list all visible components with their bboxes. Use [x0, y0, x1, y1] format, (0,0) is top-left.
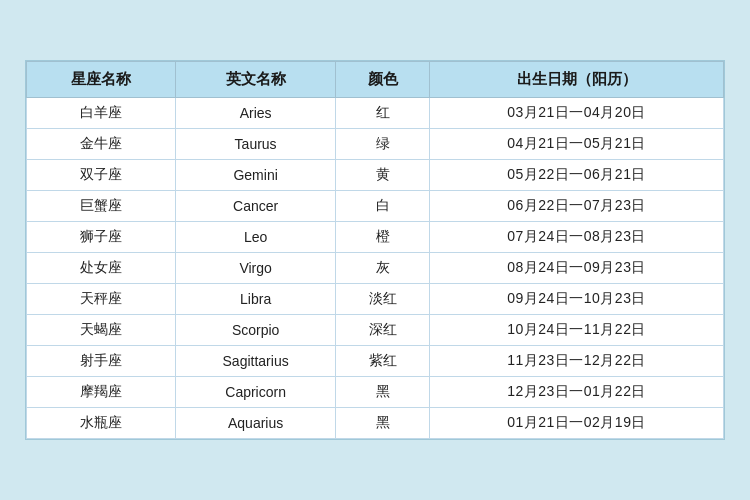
- cell-color: 黑: [336, 377, 430, 408]
- cell-dates: 06月22日一07月23日: [430, 191, 724, 222]
- table-row: 射手座Sagittarius紫红11月23日一12月22日: [27, 346, 724, 377]
- table-row: 巨蟹座Cancer白06月22日一07月23日: [27, 191, 724, 222]
- cell-color: 白: [336, 191, 430, 222]
- cell-dates: 11月23日一12月22日: [430, 346, 724, 377]
- table-row: 狮子座Leo橙07月24日一08月23日: [27, 222, 724, 253]
- cell-dates: 10月24日一11月22日: [430, 315, 724, 346]
- cell-english-name: Libra: [175, 284, 335, 315]
- cell-english-name: Virgo: [175, 253, 335, 284]
- cell-dates: 04月21日一05月21日: [430, 129, 724, 160]
- cell-english-name: Leo: [175, 222, 335, 253]
- table-row: 金牛座Taurus绿04月21日一05月21日: [27, 129, 724, 160]
- cell-chinese-name: 白羊座: [27, 98, 176, 129]
- zodiac-table: 星座名称 英文名称 颜色 出生日期（阳历） 白羊座Aries红03月21日一04…: [26, 61, 724, 439]
- cell-color: 黄: [336, 160, 430, 191]
- zodiac-table-container: 星座名称 英文名称 颜色 出生日期（阳历） 白羊座Aries红03月21日一04…: [25, 60, 725, 440]
- cell-chinese-name: 处女座: [27, 253, 176, 284]
- cell-english-name: Capricorn: [175, 377, 335, 408]
- table-body: 白羊座Aries红03月21日一04月20日金牛座Taurus绿04月21日一0…: [27, 98, 724, 439]
- cell-color: 黑: [336, 408, 430, 439]
- header-english-name: 英文名称: [175, 62, 335, 98]
- table-row: 白羊座Aries红03月21日一04月20日: [27, 98, 724, 129]
- table-row: 天蝎座Scorpio深红10月24日一11月22日: [27, 315, 724, 346]
- cell-color: 灰: [336, 253, 430, 284]
- table-row: 双子座Gemini黄05月22日一06月21日: [27, 160, 724, 191]
- cell-color: 紫红: [336, 346, 430, 377]
- cell-color: 淡红: [336, 284, 430, 315]
- cell-color: 橙: [336, 222, 430, 253]
- table-header-row: 星座名称 英文名称 颜色 出生日期（阳历）: [27, 62, 724, 98]
- cell-dates: 08月24日一09月23日: [430, 253, 724, 284]
- cell-english-name: Aries: [175, 98, 335, 129]
- cell-dates: 03月21日一04月20日: [430, 98, 724, 129]
- cell-chinese-name: 巨蟹座: [27, 191, 176, 222]
- cell-chinese-name: 天蝎座: [27, 315, 176, 346]
- cell-english-name: Cancer: [175, 191, 335, 222]
- cell-english-name: Aquarius: [175, 408, 335, 439]
- cell-english-name: Scorpio: [175, 315, 335, 346]
- cell-dates: 09月24日一10月23日: [430, 284, 724, 315]
- header-chinese-name: 星座名称: [27, 62, 176, 98]
- cell-color: 绿: [336, 129, 430, 160]
- header-color: 颜色: [336, 62, 430, 98]
- cell-chinese-name: 天秤座: [27, 284, 176, 315]
- cell-dates: 12月23日一01月22日: [430, 377, 724, 408]
- cell-chinese-name: 水瓶座: [27, 408, 176, 439]
- cell-chinese-name: 狮子座: [27, 222, 176, 253]
- cell-chinese-name: 射手座: [27, 346, 176, 377]
- cell-chinese-name: 双子座: [27, 160, 176, 191]
- header-dates: 出生日期（阳历）: [430, 62, 724, 98]
- cell-color: 深红: [336, 315, 430, 346]
- table-row: 摩羯座Capricorn黑12月23日一01月22日: [27, 377, 724, 408]
- cell-chinese-name: 摩羯座: [27, 377, 176, 408]
- cell-english-name: Sagittarius: [175, 346, 335, 377]
- cell-dates: 05月22日一06月21日: [430, 160, 724, 191]
- table-row: 天秤座Libra淡红09月24日一10月23日: [27, 284, 724, 315]
- table-row: 水瓶座Aquarius黑01月21日一02月19日: [27, 408, 724, 439]
- table-row: 处女座Virgo灰08月24日一09月23日: [27, 253, 724, 284]
- cell-color: 红: [336, 98, 430, 129]
- cell-dates: 07月24日一08月23日: [430, 222, 724, 253]
- cell-english-name: Gemini: [175, 160, 335, 191]
- cell-english-name: Taurus: [175, 129, 335, 160]
- cell-dates: 01月21日一02月19日: [430, 408, 724, 439]
- cell-chinese-name: 金牛座: [27, 129, 176, 160]
